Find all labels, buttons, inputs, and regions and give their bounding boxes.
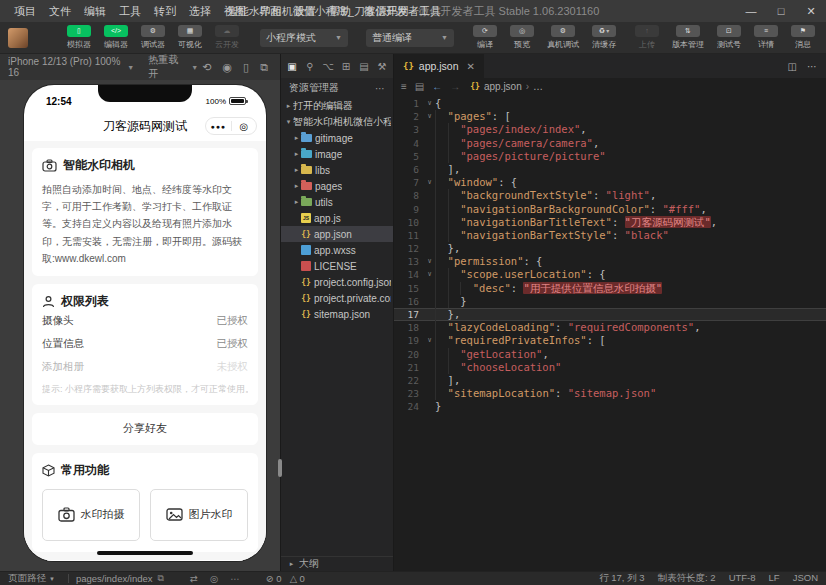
preview-panel-icon[interactable]: ▤ [356,57,372,75]
panel-resize-handle[interactable] [278,459,282,477]
tree-section-智能水印相机微信小程序[interactable]: ▾智能水印相机微信小程序 [281,114,393,130]
more-menu-button[interactable]: ●●● [206,123,231,130]
minimize-mini-button[interactable]: ◎ [232,121,257,132]
close-tab-icon[interactable]: ✕ [467,61,475,72]
outline-section[interactable]: ▸ 大纲 [281,556,393,571]
版本管理-button[interactable]: ⇅版本管理 [669,25,707,50]
真机调试-button[interactable]: ⚙真机调试 [544,25,582,50]
extensions-icon[interactable]: ⊞ [338,57,354,75]
source-control-icon[interactable]: ⌥ [320,57,336,75]
menu-文件[interactable]: 文件 [43,0,77,22]
fold-arrow-icon[interactable]: ∨ [424,255,435,268]
screenshot-icon[interactable]: ◉ [222,61,232,74]
menu-编辑[interactable]: 编辑 [78,0,112,22]
tree-item-app.wxss[interactable]: app.wxss [281,242,393,258]
cursor-position[interactable]: 行 17, 列 3 [599,572,644,585]
chevron-right-icon: ▸ [292,198,301,206]
device-select[interactable]: iPhone 12/13 (Pro) 100% 16 [8,56,123,78]
fold-arrow-icon[interactable]: ∨ [424,110,435,123]
more-icon[interactable]: ⋯ [230,573,240,584]
detach-window-icon[interactable]: ⧉ [260,61,268,74]
close-button[interactable]: ✕ [796,0,826,22]
permission-row[interactable]: 摄像头已授权 [42,310,248,333]
tab-size-indicator[interactable]: 制表符长度: 2 [658,572,716,585]
restart-icon[interactable]: ⟲ [202,61,211,74]
simulator-header-icons: ⟲◉▯⧉ [202,61,272,74]
minimize-button[interactable]: — [736,0,766,22]
tree-item-LICENSE[interactable]: LICENSE [281,258,393,274]
search-icon[interactable]: ⚲ [302,57,318,75]
tree-item-sitemap.json[interactable]: {}sitemap.json [281,306,393,322]
tools-panel-icon[interactable]: ⚒ [374,57,390,75]
code-line-9: 9"navigationBarBackgroundColor": "#fff", [394,203,826,216]
menu-微信开发者工具[interactable]: 微信开发者工具 [358,0,447,22]
encoding-indicator[interactable]: UTF-8 [729,572,756,585]
fold-arrow-icon[interactable]: ∨ [424,97,435,110]
feature-button-水印拍摄[interactable]: 水印拍摄 [42,489,140,541]
maximize-button[interactable]: □ [766,0,796,22]
rotate-device-icon[interactable]: ⇄ [190,573,198,584]
compile-select[interactable]: 普通编译▼ [366,29,454,47]
预览-button[interactable]: ◎预览 [507,25,537,50]
menu-设置[interactable]: 设置 [288,0,322,22]
tree-item-image[interactable]: ▸image [281,146,393,162]
eye-icon[interactable]: ◎ [210,573,218,584]
share-button[interactable]: 分享好友 [32,413,258,445]
permission-row[interactable]: 位置信息已授权 [42,333,248,356]
copy-path-icon[interactable]: ⧉ [158,573,164,584]
tree-item-gitimage[interactable]: ▸gitimage [281,130,393,146]
menu-帮助[interactable]: 帮助 [323,0,357,22]
problems-indicator[interactable]: ⊘ 0 △ 0 [266,573,305,584]
code-text: } [435,400,441,413]
tree-item-app.js[interactable]: JSapp.js [281,210,393,226]
详情-button[interactable]: ≡详情 [751,25,781,50]
编译-button[interactable]: ⟳编译 [470,25,500,50]
split-editor-icon[interactable]: ◫ [788,61,797,72]
tree-item-project.config.json[interactable]: {}project.config.json [281,274,393,290]
token: ], [448,374,461,386]
nav-forward-icon[interactable]: → [450,81,460,92]
chevron-right-icon: ▸ [292,182,301,190]
tree-item-utils[interactable]: ▸utils [281,194,393,210]
menu-转到[interactable]: 转到 [148,0,182,22]
menu-界面[interactable]: 界面 [253,0,287,22]
消息-button[interactable]: ⚑消息 [788,25,818,50]
eol-indicator[interactable]: LF [769,572,780,585]
mode-select[interactable]: 小程序模式▼ [260,29,348,47]
explorer-more-icon[interactable]: ⋯ [375,83,385,94]
fold-arrow-icon[interactable]: ∨ [424,334,435,347]
清缓存-button[interactable]: ♻▾清缓存 [589,25,619,50]
menu-选择[interactable]: 选择 [183,0,217,22]
language-indicator[interactable]: JSON [793,572,818,585]
nav-back-icon[interactable]: ← [432,81,442,92]
more-actions-icon[interactable]: ⋯ [807,61,817,72]
user-avatar[interactable] [8,28,28,48]
outline-menu-icon[interactable]: ≡ [401,81,407,92]
编辑器-button[interactable]: </>编辑器 [101,25,131,50]
permission-row[interactable]: 添加相册未授权 [42,356,248,379]
tree-item-app.json[interactable]: {}app.json [281,226,393,242]
feature-button-图片水印[interactable]: 图片水印 [150,489,248,541]
tab-app-json[interactable]: {} app.json ✕ [394,54,484,78]
tree-section-打开的编辑器[interactable]: ▸打开的编辑器 [281,98,393,114]
tree-item-pages[interactable]: ▸pages [281,178,393,194]
fold-arrow-icon[interactable]: ∨ [424,268,435,281]
可视化-button[interactable]: ▦可视化 [175,25,205,50]
code-editor[interactable]: 1∨{2∨"pages": [3"pages/index/index",4"pa… [394,95,826,571]
breadcrumb[interactable]: {} app.json › … [470,81,543,92]
files-panel-icon[interactable]: ▣ [284,57,300,75]
page-path-select[interactable]: 页面路径 [8,572,46,585]
bookmark-icon[interactable]: ▤ [415,81,424,92]
fold-arrow-icon[interactable]: ∨ [424,176,435,189]
menu-项目[interactable]: 项目 [8,0,42,22]
模拟器-button[interactable]: ▯模拟器 [64,25,94,50]
测试号-button[interactable]: ⊡测试号 [714,25,744,50]
device-frame-icon[interactable]: ▯ [243,61,249,74]
tree-item-libs[interactable]: ▸libs [281,162,393,178]
right-button-group: ↑上传⇅版本管理⊡测试号≡详情⚑消息 [632,25,818,50]
menu-工具[interactable]: 工具 [113,0,147,22]
tree-item-project.private.config.js...[interactable]: {}project.private.config.js... [281,290,393,306]
hot-reload-toggle[interactable]: 热重载 开 [148,53,187,81]
menu-视图[interactable]: 视图 [218,0,252,22]
调试器-button[interactable]: ⚙调试器 [138,25,168,50]
